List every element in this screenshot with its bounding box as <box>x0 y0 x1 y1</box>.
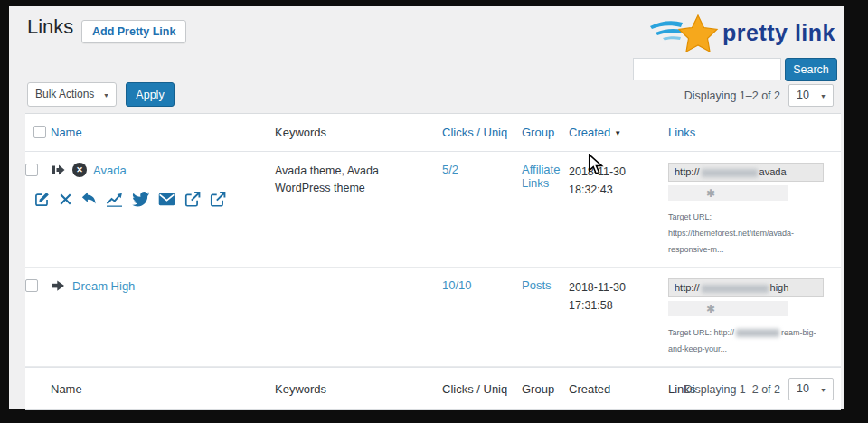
redacted-url-segment <box>702 169 758 177</box>
stats-chart-icon[interactable] <box>106 192 123 207</box>
links-table: Name Keywords Clicks / Uniq Group Create… <box>25 113 841 410</box>
table-row: ✕ Avada <box>25 152 841 268</box>
sort-desc-icon: ▼ <box>614 129 621 137</box>
sort-clicks-header[interactable]: Clicks / Uniq <box>442 126 507 139</box>
group-link[interactable]: Affiliate Links <box>522 163 560 190</box>
reset-icon[interactable] <box>81 192 97 207</box>
row-checkbox[interactable] <box>25 279 38 292</box>
created-cell: 2018-11-30 18:32:43 <box>569 152 668 267</box>
url-suffix: high <box>770 282 789 293</box>
target-url: Target URL: http://ream-big-and-keep-you… <box>668 324 827 357</box>
row-actions <box>34 192 226 207</box>
url-prefix: http:// <box>675 166 700 177</box>
pagination-bottom: Displaying 1–2 of 2 10 ▼ <box>684 378 834 400</box>
chevron-down-icon: ▼ <box>103 83 109 106</box>
redirect-type-icon <box>51 163 66 177</box>
sort-name-header[interactable]: Name <box>51 126 82 139</box>
bulk-actions-select[interactable]: Bulk Actions ▼ <box>27 82 117 107</box>
chevron-down-icon: ▼ <box>820 379 826 400</box>
url-prefix: http:// <box>675 282 700 293</box>
table-header-row: Name Keywords Clicks / Uniq Group Create… <box>25 114 841 152</box>
pretty-link-url-field[interactable]: http://high <box>668 278 824 297</box>
sort-links-header[interactable]: Links <box>668 126 695 139</box>
redacted-url-segment <box>702 285 769 293</box>
select-all-checkbox[interactable] <box>33 126 46 138</box>
search-input[interactable] <box>633 58 781 80</box>
created-time: 17:31:58 <box>569 299 613 312</box>
keywords-footer: Keywords <box>275 378 442 400</box>
target-url: Target URL: https://themeforest.net/item… <box>668 209 827 258</box>
pretty-link-url-field[interactable]: http://avada <box>668 163 824 182</box>
email-icon[interactable] <box>158 192 175 207</box>
logo-wordmark: pretty link <box>722 20 835 46</box>
sort-group-header[interactable]: Group <box>522 126 554 139</box>
clicks-link[interactable]: 5/2 <box>442 163 458 176</box>
created-time: 18:32:43 <box>569 183 613 196</box>
sort-created-header[interactable]: Created <box>569 126 610 139</box>
spinner-strip: ✱ <box>668 185 788 201</box>
spinner-icon: ✱ <box>706 187 715 200</box>
external-link-icon[interactable] <box>184 192 201 207</box>
per-page-select[interactable]: 10 ▼ <box>788 84 834 107</box>
pagination-top: Displaying 1–2 of 2 10 ▼ <box>684 84 834 107</box>
search-button[interactable]: Search <box>785 58 837 81</box>
displaying-count: Displaying 1–2 of 2 <box>684 89 780 102</box>
link-name[interactable]: Dream High <box>72 279 135 293</box>
nofollow-icon: ✕ <box>72 163 87 177</box>
created-date: 2018-11-30 <box>569 281 626 294</box>
url-suffix: avada <box>760 166 787 177</box>
edit-icon[interactable] <box>34 192 50 207</box>
clicks-link[interactable]: 10/10 <box>442 278 472 292</box>
per-page-value: 10 <box>797 382 809 395</box>
pretty-link-logo: pretty link <box>648 14 835 52</box>
link-name[interactable]: Avada <box>93 164 127 177</box>
links-cell: http://high ✱ Target URL: http://ream-bi… <box>668 268 841 366</box>
created-date: 2018-11-30 <box>569 165 626 178</box>
keywords-cell: Avada theme, Avada WordPress theme <box>275 152 442 267</box>
created-cell: 2018-11-30 17:31:58 <box>569 268 668 366</box>
chevron-down-icon: ▼ <box>820 85 826 106</box>
group-link[interactable]: Posts <box>522 278 552 292</box>
spinner-strip: ✱ <box>668 301 788 316</box>
page-title: Links <box>27 15 73 39</box>
displaying-count: Displaying 1–2 of 2 <box>684 383 780 396</box>
twitter-icon[interactable] <box>132 192 149 207</box>
pretty-link-star-icon <box>648 14 719 52</box>
delete-icon[interactable] <box>59 192 72 207</box>
bulk-actions-label: Bulk Actions <box>35 88 94 100</box>
name-footer: Name <box>51 378 275 400</box>
external-link-icon[interactable] <box>210 192 226 207</box>
per-page-value: 10 <box>797 89 809 101</box>
admin-page: Links Add Pretty Link pretty link Search… <box>9 6 844 409</box>
redacted-url-segment <box>736 329 779 337</box>
row-checkbox[interactable] <box>25 164 38 176</box>
apply-button[interactable]: Apply <box>126 82 175 107</box>
links-cell: http://avada ✱ Target URL: https://theme… <box>668 152 841 267</box>
created-footer: Created <box>569 378 668 400</box>
redirect-type-icon <box>51 278 66 293</box>
table-row: Dream High 10/10 Posts 2018-11-30 17:31:… <box>25 268 841 367</box>
per-page-select[interactable]: 10 ▼ <box>788 378 834 400</box>
clicks-footer: Clicks / Uniq <box>442 378 522 400</box>
keywords-cell <box>275 268 442 366</box>
add-pretty-link-button[interactable]: Add Pretty Link <box>81 20 186 43</box>
target-url-prefix: Target URL: http:// <box>668 328 734 337</box>
keywords-header: Keywords <box>275 121 442 144</box>
spinner-icon: ✱ <box>706 303 715 315</box>
group-footer: Group <box>522 378 569 400</box>
